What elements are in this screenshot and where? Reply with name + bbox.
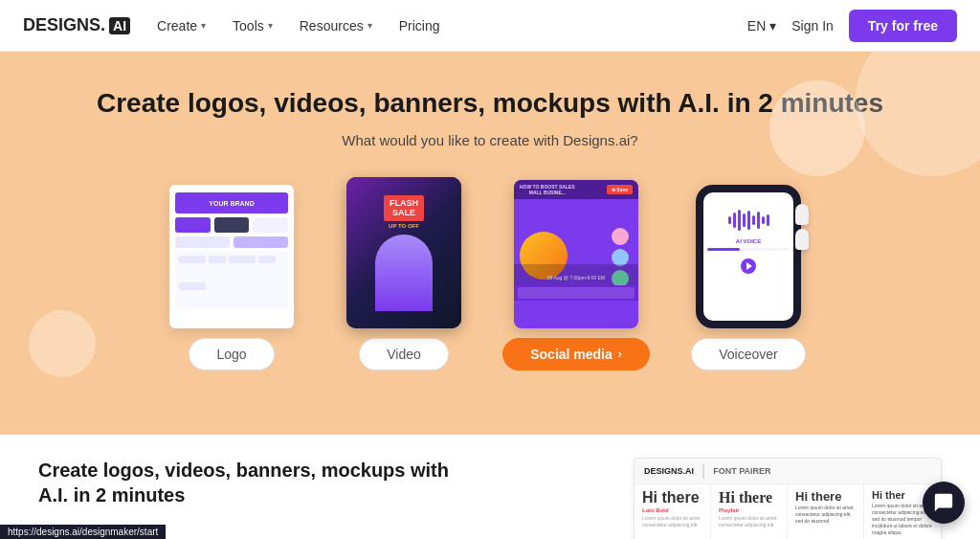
bottom-section: Create logos, videos, banners, mockups w… <box>0 435 980 539</box>
font-col-2-name: Playfair <box>719 507 779 513</box>
chat-bubble[interactable] <box>923 482 965 524</box>
airpods-decoration <box>795 204 809 254</box>
logo-mockup: YOUR BRAND <box>169 185 294 328</box>
font-pairer-title: FONT PAIRER <box>713 466 770 476</box>
decorative-circle-2 <box>856 52 980 176</box>
video-card-image: FLASHSALE UP TO OFF <box>327 175 480 328</box>
font-pairer-header: DESIGNS.AI | FONT PAIRER <box>635 459 941 484</box>
social-date-bar: 28 Aug @ 7:00pm-9:00 EM <box>514 264 638 285</box>
product-cards-row: YOUR BRAND <box>19 175 961 371</box>
try-free-button[interactable]: Try for free <box>849 10 957 42</box>
logo-chip-4 <box>258 256 276 263</box>
wave-bar-5 <box>747 211 750 230</box>
status-url: https://designs.ai/designmaker/start <box>8 527 158 537</box>
wave-bar-1 <box>728 216 731 224</box>
bottom-right: DESIGNS.AI | FONT PAIRER Hi there Lato B… <box>509 458 942 539</box>
video-card-button[interactable]: Video <box>359 338 449 371</box>
video-mock-inner: FLASHSALE UP TO OFF <box>346 177 461 328</box>
chat-icon <box>933 492 954 513</box>
decorative-circle-1 <box>769 80 865 176</box>
logo[interactable]: DESIGNS.AI <box>23 15 130 35</box>
voiceover-card: AI VOICE Voiceover <box>672 175 825 371</box>
wave-bar-8 <box>762 216 765 224</box>
social-date-text: 28 Aug @ 7:00pm-9:00 EM <box>547 275 605 281</box>
social-wave-bar <box>518 287 635 299</box>
logo-mock-brand-text: YOUR BRAND <box>209 200 254 207</box>
navbar-left: DESIGNS.AI Create ▾ Tools ▾ Resources ▾ … <box>23 15 439 35</box>
language-selector[interactable]: EN ▾ <box>747 18 776 34</box>
social-save-badge: ⊕ Save <box>607 185 633 194</box>
social-top-bar: HOW TO BOOST SALESMALL BUSINE... ⊕ Save <box>514 180 638 199</box>
voice-progress-fill <box>707 248 740 251</box>
font-pairer-logo: DESIGNS.AI <box>644 466 694 476</box>
logo-chip-3 <box>229 256 256 263</box>
social-content-area: 28 Aug @ 7:00pm-9:00 EM <box>514 199 638 285</box>
logo-chip-1 <box>179 256 206 263</box>
voice-controls <box>741 258 756 274</box>
voice-waveform <box>728 206 769 235</box>
voice-label: AI VOICE <box>736 238 761 244</box>
font-col-2: Hi there Playfair Lorem ipsum dolor sit … <box>711 484 788 539</box>
nav-resources[interactable]: Resources ▾ <box>300 18 372 34</box>
font-col-1-name: Lato Bold <box>642 507 702 513</box>
chevron-down-icon: ▾ <box>368 20 372 31</box>
logo-card-image: YOUR BRAND <box>155 175 308 328</box>
logo-mock-row-1 <box>175 217 288 233</box>
font-pairer-divider: | <box>702 462 705 480</box>
wave-bar-3 <box>738 210 741 231</box>
voice-play-button[interactable] <box>741 258 756 274</box>
social-bottom-bar <box>514 285 638 301</box>
chevron-down-icon: ▾ <box>769 18 776 34</box>
social-top-text: HOW TO BOOST SALESMALL BUSINE... <box>520 184 575 195</box>
airpod-1 <box>795 204 809 225</box>
voice-progress-bar <box>707 248 790 251</box>
wave-bar-6 <box>752 215 755 225</box>
voiceover-card-button[interactable]: Voiceover <box>691 338 805 371</box>
logo-ai: AI <box>109 17 130 34</box>
logo-mock-bar-1 <box>175 236 230 248</box>
airpod-2 <box>795 229 809 250</box>
font-pairer-widget: DESIGNS.AI | FONT PAIRER Hi there Lato B… <box>634 458 942 539</box>
chevron-down-icon: ▾ <box>201 20 206 31</box>
navbar: DESIGNS.AI Create ▾ Tools ▾ Resources ▾ … <box>0 0 980 52</box>
color-swatch-dark <box>214 217 250 233</box>
wave-bar-4 <box>743 213 746 227</box>
voice-mockup: AI VOICE <box>696 185 801 328</box>
color-swatch-purple <box>175 217 211 233</box>
wave-bar-7 <box>757 212 760 229</box>
voice-container: AI VOICE <box>696 185 801 328</box>
arrow-right-icon: › <box>618 348 622 361</box>
wave-bar-2 <box>733 213 736 228</box>
social-card: HOW TO BOOST SALESMALL BUSINE... ⊕ Save … <box>500 175 653 371</box>
flash-sale-badge: FLASHSALE <box>384 195 424 222</box>
status-bar: https://designs.ai/designmaker/start <box>0 525 166 539</box>
flash-sale-sub: UP TO OFF <box>389 223 419 229</box>
navbar-right: EN ▾ Sign In Try for free <box>747 10 957 42</box>
chevron-down-icon: ▾ <box>268 20 273 31</box>
logo-chip-5 <box>179 282 206 290</box>
social-card-image: HOW TO BOOST SALESMALL BUSINE... ⊕ Save … <box>500 175 653 328</box>
font-col-3-text: Lorem ipsum dolor sit amet, consectetur … <box>795 505 856 525</box>
social-circle-pink <box>612 228 629 245</box>
hero-section: Create logos, videos, banners, mockups w… <box>0 52 980 435</box>
font-col-1-hi: Hi there <box>642 490 702 505</box>
signin-button[interactable]: Sign In <box>791 18 834 34</box>
logo-card-button[interactable]: Logo <box>189 338 274 371</box>
font-col-3-hi: Hi there <box>795 490 856 503</box>
nav-tools[interactable]: Tools ▾ <box>233 18 273 34</box>
video-mockup: FLASHSALE UP TO OFF <box>346 177 461 328</box>
wave-bar-9 <box>767 214 769 226</box>
logo-mock-bar-2 <box>234 236 288 248</box>
logo-chip-2 <box>209 256 226 263</box>
nav-create[interactable]: Create ▾ <box>157 18 206 34</box>
voiceover-card-image: AI VOICE <box>672 175 825 328</box>
person-silhouette <box>375 235 433 311</box>
logo-mock-bottom <box>175 252 288 309</box>
font-col-2-hi: Hi there <box>719 490 779 505</box>
nav-pricing[interactable]: Pricing <box>399 18 440 34</box>
logo-mock-row-2 <box>175 236 288 248</box>
font-col-3: Hi there Lorem ipsum dolor sit amet, con… <box>788 484 864 539</box>
logo-card: YOUR BRAND <box>155 175 308 371</box>
social-card-button[interactable]: Social media › <box>502 338 650 371</box>
color-swatch-light <box>253 217 288 233</box>
